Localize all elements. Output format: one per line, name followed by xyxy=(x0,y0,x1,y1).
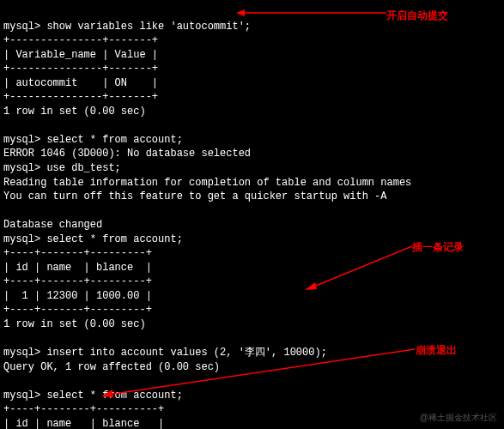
line: | autocommit | ON | xyxy=(3,77,158,89)
terminal-output: mysql> show variables like 'autocommit';… xyxy=(0,0,504,429)
line: +----+-------+---------+ xyxy=(3,247,152,259)
line: ERROR 1046 (3D000): No database selected xyxy=(3,148,251,160)
line: You can turn off this feature to get a q… xyxy=(3,190,386,202)
annotation-abort: 崩溃退出 xyxy=(416,343,457,358)
line: +---------------+-------+ xyxy=(3,34,158,46)
line: Reading table information for completion… xyxy=(3,177,411,189)
line: | Variable_name | Value | xyxy=(3,49,158,61)
line: mysql> insert into account values (2, '李… xyxy=(3,347,327,359)
line: 1 row in set (0.00 sec) xyxy=(3,318,146,330)
line: mysql> select * from account; xyxy=(3,390,183,402)
line: Database changed xyxy=(3,219,102,231)
line: +----+--------+----------+ xyxy=(3,403,164,415)
line: 1 row in set (0.00 sec) xyxy=(3,106,146,118)
line: mysql> select * from account; xyxy=(3,134,183,146)
line: mysql> select * from account; xyxy=(3,233,183,245)
line: +----+-------+---------+ xyxy=(3,304,152,316)
line: | id | name | blance | xyxy=(3,262,152,274)
line: mysql> use db_test; xyxy=(3,162,121,174)
line: +----+-------+---------+ xyxy=(3,275,152,287)
line: +---------------+-------+ xyxy=(3,63,158,75)
annotation-insert: 插一条记录 xyxy=(412,240,464,255)
line: Query OK, 1 row affected (0.00 sec) xyxy=(3,361,220,373)
line: mysql> show variables like 'autocommit'; xyxy=(3,21,251,33)
watermark: @稀土掘金技术社区 xyxy=(420,412,497,424)
line: +---------------+-------+ xyxy=(3,91,158,103)
annotation-autocommit: 开启自动提交 xyxy=(386,9,448,23)
line: | 1 | 12300 | 1000.00 | xyxy=(3,290,152,302)
line: | id | name | blance | xyxy=(3,418,164,429)
